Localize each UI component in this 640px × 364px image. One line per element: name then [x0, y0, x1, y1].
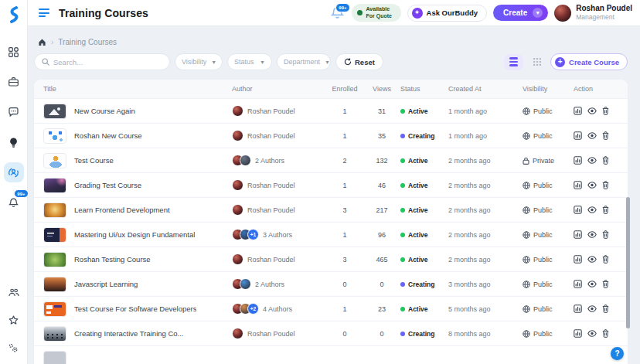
grid-view-toggle[interactable]: [527, 54, 546, 70]
course-visibility: Public: [523, 132, 574, 140]
status-dot: [400, 183, 405, 188]
sidebar-item-ideas[interactable]: [4, 132, 24, 152]
table-row[interactable]: Roshan New Course Roshan Poudel 1 35 Cre…: [34, 123, 628, 148]
course-title[interactable]: Test Course: [74, 156, 114, 165]
sidebar-item-favorites[interactable]: [4, 310, 24, 330]
course-created-at: 2 months ago: [448, 206, 523, 214]
view-icon[interactable]: [587, 231, 597, 238]
view-icon[interactable]: [587, 107, 597, 114]
help-button[interactable]: ?: [611, 347, 624, 360]
author-label: Roshan Poudel: [247, 330, 295, 338]
analytics-icon[interactable]: [574, 255, 582, 264]
list-view-toggle[interactable]: [504, 54, 523, 70]
view-icon[interactable]: [587, 132, 597, 139]
table-row[interactable]: Roshan Testing Course Roshan Poudel 3 46…: [34, 247, 628, 271]
analytics-icon[interactable]: [574, 131, 582, 140]
globe-icon: [523, 305, 530, 313]
department-select[interactable]: Department ▼: [277, 53, 331, 70]
analytics-icon[interactable]: [574, 107, 582, 115]
course-thumbnail: [43, 252, 66, 267]
status-label: Active: [408, 305, 428, 313]
lightbulb-icon: [9, 138, 18, 148]
delete-icon[interactable]: [602, 329, 609, 338]
home-icon[interactable]: [38, 38, 46, 46]
ask-ourbuddy-button[interactable]: ✦ Ask OurBuddy: [407, 5, 488, 22]
view-icon[interactable]: [587, 305, 597, 312]
table-row[interactable]: Test Course For Software Developers +2 4…: [34, 296, 628, 321]
user-menu[interactable]: Roshan Poudel Management: [554, 4, 632, 21]
delete-icon[interactable]: [602, 255, 609, 264]
course-title[interactable]: Javascript Learning: [74, 280, 138, 288]
create-button[interactable]: Create ▼: [493, 5, 548, 21]
status-label: Active: [408, 256, 428, 264]
sidebar-item-dashboard[interactable]: [4, 42, 24, 62]
author-avatars: [232, 179, 243, 191]
course-views: 31: [363, 107, 400, 115]
view-icon[interactable]: [587, 281, 597, 287]
course-enrolled: 1: [326, 132, 363, 140]
visibility-select[interactable]: Visibility ▼: [175, 53, 223, 70]
course-title[interactable]: Mastering Ui/ux Design Fundamental: [74, 230, 195, 239]
sidebar-item-settings[interactable]: [4, 338, 24, 358]
course-thumbnail: [43, 202, 66, 218]
table-row[interactable]: Learn Frontend Development Roshan Poudel…: [34, 197, 628, 222]
status-select[interactable]: Status ▼: [227, 53, 272, 70]
create-course-button[interactable]: + Create Course: [550, 53, 628, 70]
view-icon[interactable]: [587, 182, 597, 189]
analytics-icon[interactable]: [574, 156, 582, 165]
avatar: [240, 278, 251, 290]
course-title[interactable]: Roshan Testing Course: [74, 255, 151, 264]
view-icon[interactable]: [587, 256, 597, 263]
delete-icon[interactable]: [602, 181, 609, 189]
sidebar-item-notifications[interactable]: 99+: [4, 192, 24, 213]
course-visibility: Public: [523, 305, 574, 313]
analytics-icon[interactable]: [574, 304, 582, 313]
menu-toggle-icon[interactable]: [39, 9, 49, 17]
app-logo-icon[interactable]: [7, 6, 21, 23]
course-title[interactable]: Creating Interactive Training Co...: [74, 329, 184, 338]
available-for-quote-toggle[interactable]: Available For Quote: [352, 4, 401, 21]
header-notifications-button[interactable]: 99+: [330, 5, 346, 21]
sidebar-item-projects[interactable]: [4, 72, 24, 92]
course-enrolled: 0: [326, 281, 363, 288]
table-row[interactable]: Javascript Learning 2 Authors 0 0 Creati…: [34, 271, 628, 296]
search-input[interactable]: [53, 58, 162, 66]
dashboard-grid-icon: [9, 47, 19, 57]
analytics-icon[interactable]: [574, 280, 582, 288]
reset-button[interactable]: Reset: [335, 53, 383, 70]
analytics-icon[interactable]: [574, 206, 582, 214]
delete-icon[interactable]: [602, 156, 609, 165]
scrollbar[interactable]: [626, 197, 630, 328]
delete-icon[interactable]: [602, 131, 609, 140]
course-title[interactable]: Learn Frontend Development: [74, 206, 170, 214]
status-dot: [400, 208, 405, 213]
sidebar-item-messages[interactable]: [4, 102, 24, 122]
view-icon[interactable]: [587, 206, 597, 213]
course-thumbnail: [43, 227, 66, 243]
delete-icon[interactable]: [602, 107, 609, 115]
analytics-icon[interactable]: [574, 329, 582, 338]
analytics-icon[interactable]: [574, 230, 582, 239]
table-row[interactable]: Mastering Ui/ux Design Fundamental +1 3 …: [34, 222, 628, 247]
view-icon[interactable]: [587, 157, 597, 164]
course-title[interactable]: Grading Test Course: [74, 181, 141, 189]
sidebar-item-training-courses[interactable]: [4, 162, 24, 182]
view-icon[interactable]: [587, 330, 597, 337]
analytics-icon[interactable]: [574, 181, 582, 189]
table-row[interactable]: New Course Again Roshan Poudel 1 31 Acti…: [34, 98, 628, 123]
delete-icon[interactable]: [602, 206, 609, 214]
table-row[interactable]: Creating Interactive Training Co... Rosh…: [34, 321, 628, 345]
course-title[interactable]: New Course Again: [74, 107, 135, 115]
column-status: Status: [400, 85, 448, 93]
course-title[interactable]: Roshan New Course: [74, 131, 142, 140]
help-label: ?: [614, 349, 619, 358]
delete-icon[interactable]: [602, 230, 609, 239]
table-row[interactable]: [34, 345, 628, 364]
table-row[interactable]: Test Course 2 Authors 2 132 Active 2 mon…: [34, 148, 628, 172]
course-enrolled: 0: [326, 330, 363, 338]
sidebar-item-community[interactable]: [4, 282, 24, 302]
table-row[interactable]: Grading Test Course Roshan Poudel 1 46 A…: [34, 172, 628, 197]
delete-icon[interactable]: [602, 280, 609, 288]
delete-icon[interactable]: [602, 304, 609, 313]
course-title[interactable]: Test Course For Software Developers: [74, 304, 196, 313]
